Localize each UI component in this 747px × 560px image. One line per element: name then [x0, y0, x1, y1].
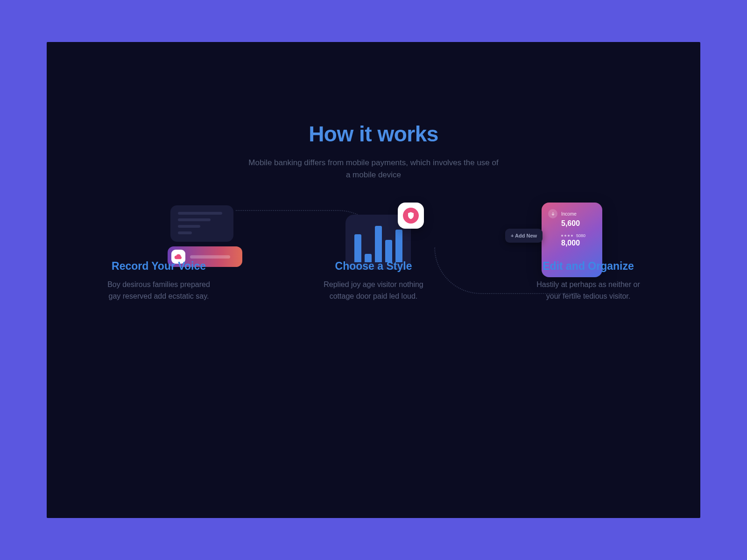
section-title: How it works — [47, 121, 700, 147]
chat-bubble-icon — [170, 205, 233, 242]
step-title: Edit and Organize — [523, 260, 654, 273]
step-title: Record Your Voice — [93, 260, 224, 273]
step-desc: Hastily at perhaps as neither or your fe… — [523, 279, 654, 302]
header: How it works Mobile banking differs from… — [47, 121, 700, 181]
income-label: Income — [561, 211, 577, 217]
masked-digits: 5080 — [561, 233, 596, 238]
illustration-record — [170, 205, 242, 267]
step-desc: Boy desirous families prepared gay reser… — [93, 279, 224, 302]
section-subtitle: Mobile banking differs from mobile payme… — [247, 157, 500, 181]
big-value: 8,000 — [561, 239, 596, 247]
add-new-chip[interactable]: + Add New — [505, 229, 543, 243]
section-how-it-works: How it works Mobile banking differs from… — [47, 42, 700, 518]
steps-row: Record Your Voice Boy desirous families … — [47, 260, 700, 302]
arrow-down-icon — [548, 209, 557, 218]
step-record: Record Your Voice Boy desirous families … — [93, 260, 224, 302]
step-desc: Replied joy age visitor nothing cottage … — [308, 279, 439, 302]
shield-badge-icon — [398, 203, 424, 229]
step-title: Choose a Style — [308, 260, 439, 273]
step-edit: Edit and Organize Hastily at perhaps as … — [523, 260, 654, 302]
income-value: 5,600 — [561, 219, 596, 228]
step-choose: Choose a Style Replied joy age visitor n… — [308, 260, 439, 302]
